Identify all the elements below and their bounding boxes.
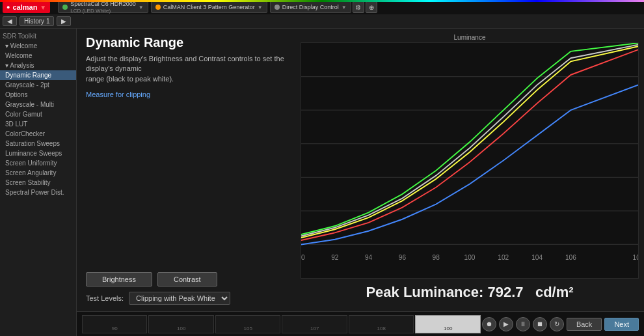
logo: ● calman ▼ <box>3 1 50 13</box>
nav-circle-4[interactable]: ⏹ <box>533 317 547 331</box>
history-forward-btn[interactable]: ▶ <box>57 16 71 26</box>
swatch-3[interactable]: 105 <box>215 315 280 333</box>
brightness-button[interactable]: Brightness <box>86 272 152 287</box>
nav-circle-1[interactable]: ⏺ <box>482 317 496 331</box>
device-dropdown-arrow-2[interactable]: ▼ <box>258 5 263 10</box>
history-label: History 1 <box>24 18 49 25</box>
page-description: Adjust the display's Brightness and Cont… <box>86 54 289 84</box>
device-name-2: CalMAN Client 3 Pattern Generator <box>163 4 255 10</box>
page-title: Dynamic Range <box>86 35 289 50</box>
swatch-label-4: 107 <box>310 326 319 331</box>
sidebar-item-screen-uniformity[interactable]: Screen Uniformity <box>0 158 76 168</box>
device-pill-3[interactable]: Direct Display Control ▼ <box>270 1 351 13</box>
peak-luminance-label: Peak Luminance: <box>366 284 483 300</box>
left-panel: Dynamic Range Adjust the display's Brigh… <box>77 29 298 311</box>
device-extra-btn-3[interactable]: ⊕ <box>366 1 377 13</box>
sidebar-item-options[interactable]: Options <box>0 90 76 100</box>
svg-text:108: 108 <box>633 253 638 261</box>
svg-text:104: 104 <box>531 253 543 261</box>
sidebar-item-spectral-power[interactable]: Spectral Power Dist. <box>0 188 76 197</box>
device-name-3: Direct Display Control <box>282 4 339 10</box>
peak-luminance-unit: cd/m² <box>535 284 574 300</box>
swatch-label-2: 100 <box>177 326 185 331</box>
bottom-strip: 90 100 105 107 108 100 ⏺ ▶ ⏸ ⏹ <box>77 311 644 336</box>
swatch-label-1: 90 <box>112 326 118 331</box>
swatch-label-6: 100 <box>444 326 452 331</box>
svg-text:94: 94 <box>365 253 372 261</box>
device-group-1: SpectraCal C6 HDR2000LCD (LED White) ▼ <box>58 1 148 13</box>
description-line2: range (black to peak white). <box>86 75 174 83</box>
test-levels-select[interactable]: Clipping with Peak White Black Level Pea… <box>129 292 230 305</box>
main-area: SDR Toolkit ▾ Welcome Welcome ▾ Analysis… <box>0 29 644 336</box>
swatch-label-3: 105 <box>244 326 252 331</box>
sidebar-item-luminance-sweeps[interactable]: Luminance Sweeps <box>0 148 76 158</box>
svg-text:90: 90 <box>301 253 305 261</box>
action-buttons: Brightness Contrast <box>86 267 289 287</box>
sidebar-item-screen-angularity[interactable]: Screen Angularity <box>0 168 76 178</box>
nav-circle-3[interactable]: ⏸ <box>516 317 530 331</box>
logo-text: calman <box>12 3 37 11</box>
svg-text:96: 96 <box>399 253 406 261</box>
test-levels-row: Test Levels: Clipping with Peak White Bl… <box>86 292 289 305</box>
sidebar-item-grayscale-multi[interactable]: Grayscale - Multi <box>0 100 76 109</box>
sidebar-item-3d-lut[interactable]: 3D LUT <box>0 119 76 129</box>
toolkit-label: SDR Toolkit <box>0 31 76 41</box>
peak-luminance-display: Peak Luminance: 792.7 cd/m² <box>301 279 639 306</box>
center-top: Dynamic Range Adjust the display's Brigh… <box>77 29 644 311</box>
swatch-2[interactable]: 100 <box>148 315 213 333</box>
measure-for-clipping-link[interactable]: Measure for clipping <box>86 91 289 98</box>
device-pill-1[interactable]: SpectraCal C6 HDR2000LCD (LED White) ▼ <box>58 1 148 13</box>
device-dropdown-arrow-3[interactable]: ▼ <box>342 5 347 10</box>
svg-text:106: 106 <box>565 253 576 261</box>
swatch-5[interactable]: 108 <box>349 315 414 333</box>
device-dropdown-arrow-1[interactable]: ▼ <box>139 5 144 10</box>
device-status-dot-1 <box>62 5 68 10</box>
swatch-1[interactable]: 90 <box>82 315 147 333</box>
test-levels-label: Test Levels: <box>86 294 124 302</box>
back-button[interactable]: Back <box>567 318 602 331</box>
sidebar-section-welcome: ▾ Welcome <box>0 41 76 51</box>
history-bar: ◀ History 1 ▶ <box>0 14 644 29</box>
sidebar-item-dynamic-range[interactable]: Dynamic Range <box>0 70 76 80</box>
device-settings-btn-3[interactable]: ⚙ <box>353 1 364 13</box>
svg-text:100: 100 <box>464 253 476 261</box>
chart-title: Luminance <box>301 34 639 41</box>
device-group-3: Direct Display Control ▼ ⚙ ⊕ <box>270 1 377 13</box>
nav-circle-5[interactable]: ↻ <box>550 317 564 331</box>
title-bar: ● calman ▼ SpectraCal C6 HDR2000LCD (LED… <box>0 0 644 14</box>
history-back-btn[interactable]: ◀ <box>3 16 17 26</box>
device-pill-2[interactable]: CalMAN Client 3 Pattern Generator ▼ <box>151 1 267 13</box>
sidebar-item-grayscale-2pt[interactable]: Grayscale - 2pt <box>0 80 76 90</box>
chart-svg: 90 92 94 96 98 100 102 104 106 108 <box>301 43 638 278</box>
sidebar-section-analysis: ▾ Analysis <box>0 61 76 70</box>
sidebar-item-screen-stability[interactable]: Screen Stability <box>0 178 76 188</box>
sidebar-item-welcome[interactable]: Welcome <box>0 51 76 61</box>
next-button[interactable]: Next <box>604 318 639 331</box>
sidebar: SDR Toolkit ▾ Welcome Welcome ▾ Analysis… <box>0 29 77 336</box>
contrast-button[interactable]: Contrast <box>157 272 217 287</box>
device-status-dot-3 <box>275 5 280 10</box>
history-label-btn[interactable]: History 1 <box>20 16 54 26</box>
sidebar-item-color-gamut[interactable]: Color Gamut <box>0 109 76 119</box>
svg-text:102: 102 <box>498 253 509 261</box>
swatch-6[interactable]: 100 <box>415 315 480 333</box>
nav-controls: ⏺ ▶ ⏸ ⏹ ↻ Back Next <box>482 317 639 331</box>
sidebar-item-colorchecker[interactable]: ColorChecker <box>0 129 76 139</box>
sidebar-item-saturation-sweeps[interactable]: Saturation Sweeps <box>0 139 76 148</box>
svg-text:92: 92 <box>331 253 338 261</box>
device-name-1: SpectraCal C6 HDR2000LCD (LED White) <box>70 1 136 14</box>
description-line1: Adjust the display's Brightness and Cont… <box>86 55 284 72</box>
svg-text:98: 98 <box>433 253 440 261</box>
right-panel: Luminance <box>298 29 644 311</box>
chart-area: 90 92 94 96 98 100 102 104 106 108 <box>301 42 639 279</box>
device-group-2: CalMAN Client 3 Pattern Generator ▼ <box>151 1 267 13</box>
nav-circle-2[interactable]: ▶ <box>499 317 513 331</box>
center-area: Dynamic Range Adjust the display's Brigh… <box>77 29 644 336</box>
swatch-label-5: 108 <box>377 326 386 331</box>
swatch-4[interactable]: 107 <box>282 315 347 333</box>
device-status-dot-2 <box>155 5 161 10</box>
peak-luminance-value: 792.7 <box>487 284 523 300</box>
